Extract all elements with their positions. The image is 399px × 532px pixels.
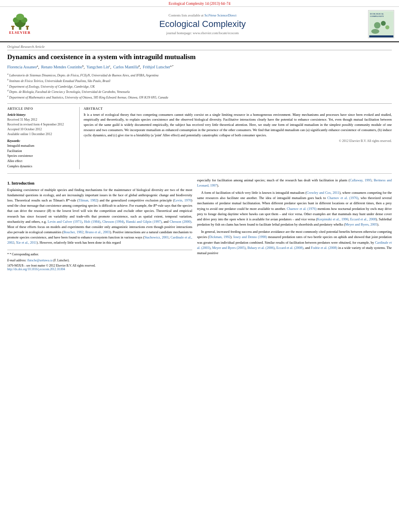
author-lutscher[interactable]: Frithjof Lutscher <box>143 65 170 69</box>
email-link[interactable]: flutsche@uottawa.ca <box>27 259 53 262</box>
info-abstract-section: ARTICLE INFO Article history: Received 3… <box>7 103 392 169</box>
svg-rect-6 <box>27 27 28 30</box>
ref-tilman[interactable]: Tilman, 1982 <box>78 198 97 202</box>
ref-levin-culver[interactable]: Levin and Culver (1971) <box>48 220 82 224</box>
sciverse-link[interactable]: Contents lists available at SciVerse Sci… <box>37 13 368 17</box>
ref-fodrie[interactable]: Fodrie et al. (2008) <box>311 246 337 250</box>
keyword-4: Allee effect <box>7 159 75 164</box>
svg-point-15 <box>371 29 379 34</box>
abstract-text: It is a tenet of ecological theory that … <box>84 112 392 138</box>
ref-dickman[interactable]: Dickman, 1992 <box>209 235 230 239</box>
journal-title-section: Contents lists available at SciVerse Sci… <box>37 13 368 35</box>
sciverse-prefix: Contents lists available at <box>169 13 204 17</box>
journal-citation: Ecological Complexity 14 (2013) 64–74 <box>169 2 230 6</box>
ref-charnov[interactable]: Charnov et al. (1976) <box>327 196 358 200</box>
affiliation-d: d Depto. de Biología, Facultad de Cienci… <box>7 89 392 94</box>
journal-cover-image: ECOLOGICAL COMPLEXITY <box>368 10 394 38</box>
affiliation-c: c Department of Zoology, University of C… <box>7 84 392 89</box>
affiliation-b: b Instituto de Física Teórica, Universid… <box>7 78 392 84</box>
article-title: Dynamics and coexistence in a system wit… <box>7 53 392 62</box>
right-para-1: especially for facilitation among animal… <box>197 178 392 188</box>
author-lin[interactable]: Yangchen Lin <box>86 65 109 69</box>
keyword-2: Facilitation <box>7 149 75 154</box>
ref-levin[interactable]: Levin, 1970 <box>174 198 191 202</box>
page-container: Ecological Complexity 14 (2013) 64–74 <box>0 0 399 271</box>
authors-line: Florencia Assaneoa, Renato Mendes Coutin… <box>7 64 392 70</box>
accepted-date: Accepted 10 October 2012 <box>7 127 75 132</box>
ref-eccard[interactable]: Eccard et al., 2008 <box>350 217 376 221</box>
author-coutinho[interactable]: Renato Mendes Coutinho <box>41 65 82 69</box>
abstract-section: ABSTRACT It is a tenet of ecological the… <box>84 107 392 169</box>
journal-header: ELSEVIER Contents lists available at Sci… <box>0 7 399 42</box>
author-assaneo[interactable]: Florencia Assaneo <box>7 65 37 69</box>
ref-bruno[interactable]: Bruno et al., 2003 <box>85 230 110 234</box>
intro-para-1: Explaining coexistence of multiple speci… <box>7 187 192 246</box>
doi-link[interactable]: http://dx.doi.org/10.1016/j.ecocom.2012.… <box>7 267 192 271</box>
svg-point-12 <box>374 22 380 29</box>
elsevier-logo: ELSEVIER <box>5 11 37 37</box>
ref-stachowicz[interactable]: Stachowicz, 2001 <box>144 235 169 239</box>
article-info-left: ARTICLE INFO Article history: Received 3… <box>7 107 80 169</box>
left-column: 1. Introduction Explaining coexistence o… <box>7 178 192 271</box>
journal-main-title: Ecological Complexity <box>37 19 368 29</box>
svg-text:ECOLOGICAL: ECOLOGICAL <box>370 13 384 15</box>
journal-homepage: journal homepage: www.elsevier.com/locat… <box>37 31 368 35</box>
ref-hanski[interactable]: Hanski and Gilpin (1997) <box>126 220 162 224</box>
affiliations-section: a Laboratorio de Sistemas Dinamicos, Dep… <box>7 72 392 100</box>
svg-point-14 <box>385 25 389 29</box>
sciverse-anchor[interactable]: SciVerse ScienceDirect <box>204 13 237 17</box>
ref-korpimaki[interactable]: Korpimäki et al., 1996 <box>317 217 348 221</box>
affiliation-e: e Department of Mathematics and Statisti… <box>7 94 392 100</box>
ref-iosey[interactable]: Iosey and Denno (1998) <box>233 235 267 239</box>
doi-anchor[interactable]: http://dx.doi.org/10.1016/j.ecocom.2012.… <box>7 267 65 271</box>
email-label: E-mail address: <box>7 259 27 262</box>
ref-xie[interactable]: Xie et al., 2011 <box>16 240 37 244</box>
issn-text: 1476-945X/$ – see front matter © 2012 El… <box>7 264 192 267</box>
ref-chesson[interactable]: Chesson (1994) <box>102 220 124 224</box>
author-mantilla[interactable]: Carlos Mantilla <box>113 65 139 69</box>
received-date: Received 31 May 2012 <box>7 117 75 122</box>
revised-date: Received in revised form 4 September 201… <box>7 122 75 127</box>
copyright-notice: © 2012 Elsevier B.V. All rights reserved… <box>84 139 392 143</box>
right-body: especially for facilitation among animal… <box>197 178 392 256</box>
ref-meyer[interactable]: Meyer and Byers, 2005 <box>345 222 377 226</box>
keyword-5: Complex dynamics <box>7 164 75 169</box>
svg-text:COMPLEXITY: COMPLEXITY <box>370 15 384 17</box>
ref-boucher[interactable]: Boucher, 1982 <box>64 230 84 234</box>
abstract-title: ABSTRACT <box>84 107 392 111</box>
svg-rect-8 <box>26 26 29 27</box>
ref-charnov2[interactable]: Charnov et al. (1976) <box>287 207 317 211</box>
corresponding-note: * * Corresponding author. <box>7 252 192 257</box>
article-type: Original Research Article <box>7 42 392 50</box>
article-info-title: ARTICLE INFO <box>7 107 75 111</box>
ref-crowley[interactable]: Crowley and Cox, 2011 <box>306 191 339 195</box>
ref-holt[interactable]: Holt (1984) <box>84 220 100 224</box>
intro-body: Explaining coexistence of multiple speci… <box>7 187 192 246</box>
history-subtitle: Article history: <box>7 113 75 117</box>
email-note: E-mail address: flutsche@uottawa.ca (F. … <box>7 258 192 263</box>
ref-eccard2008[interactable]: Eccard et al. (2008) <box>276 246 303 250</box>
keywords-list: Intraguild mutualism Facilitation Specie… <box>7 144 75 169</box>
svg-rect-7 <box>11 26 14 27</box>
journal-citation-bar: Ecological Complexity 14 (2013) 64–74 <box>0 0 399 7</box>
ref-bshary[interactable]: Bshary et al. (2006) <box>247 246 275 250</box>
article-body: Original Research Article Dynamics and c… <box>0 42 399 271</box>
right-column: especially for facilitation among animal… <box>197 178 392 271</box>
ref-meyer2005[interactable]: Meyer and Byers (2005) <box>212 246 245 250</box>
svg-point-13 <box>381 21 386 26</box>
svg-rect-16 <box>369 35 393 37</box>
main-two-column: 1. Introduction Explaining coexistence o… <box>7 173 392 271</box>
keywords-subtitle: Keywords: <box>7 139 75 143</box>
keyword-3: Species coexistence <box>7 154 75 159</box>
ref-chesson2000[interactable]: Chesson (2000) <box>170 220 191 224</box>
available-date: Available online 1 December 2012 <box>7 132 75 137</box>
svg-point-4 <box>16 14 24 20</box>
svg-rect-5 <box>12 27 14 30</box>
footnote-section: * * Corresponding author. E-mail address… <box>7 250 192 271</box>
elsevier-wordmark: ELSEVIER <box>9 31 31 35</box>
ref-callaway[interactable]: Callaway, 1995 <box>350 178 372 182</box>
right-para-2: A form of facilitation of which very lit… <box>197 190 392 227</box>
keyword-1: Intraguild mutualism <box>7 144 75 149</box>
corresponding-star: * <box>7 253 9 256</box>
intro-heading: 1. Introduction <box>7 181 192 185</box>
